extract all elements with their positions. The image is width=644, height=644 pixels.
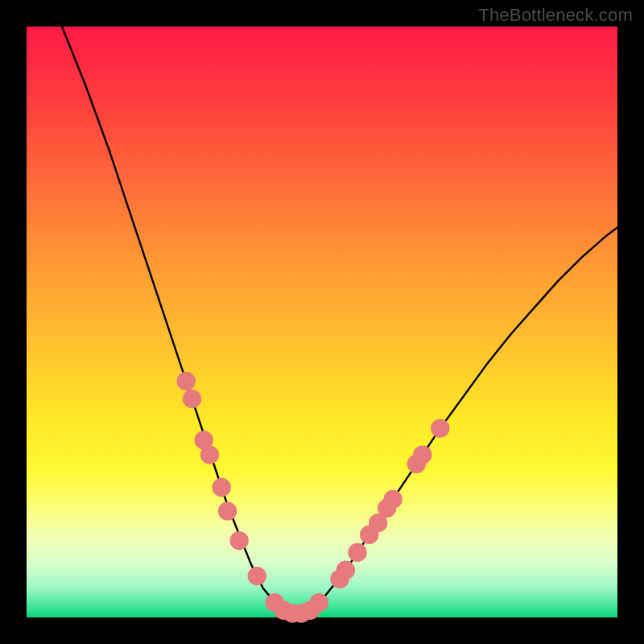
data-marker (348, 543, 366, 562)
data-marker (248, 567, 266, 585)
plot-area (27, 27, 617, 617)
marker-group (177, 372, 450, 623)
data-marker (413, 445, 431, 464)
chart-svg (27, 27, 617, 617)
chart-frame: TheBottleneck.com (0, 0, 644, 644)
data-marker (230, 531, 249, 550)
watermark-text: TheBottleneck.com (478, 5, 633, 26)
data-marker (383, 490, 402, 509)
data-marker (177, 372, 196, 390)
data-marker (183, 390, 201, 408)
data-marker (336, 561, 355, 580)
data-marker (218, 502, 237, 520)
data-marker (200, 445, 219, 464)
data-marker (431, 419, 449, 437)
bottleneck-curve (62, 27, 617, 614)
data-marker (310, 593, 328, 612)
data-marker (213, 478, 231, 497)
